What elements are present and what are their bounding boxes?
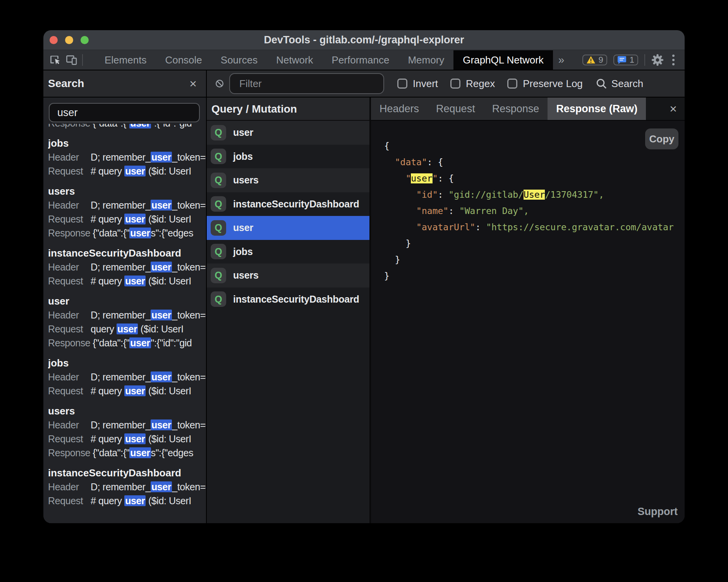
- query-row-users[interactable]: Qusers: [207, 168, 369, 192]
- checkbox-regex[interactable]: Regex: [450, 78, 495, 90]
- tab-network[interactable]: Network: [267, 50, 322, 70]
- main-tabs: ElementsConsoleSourcesNetworkPerformance…: [95, 50, 453, 70]
- inspect-element-icon[interactable]: [50, 54, 61, 66]
- match-highlight: user: [124, 385, 146, 396]
- query-row-jobs[interactable]: Qjobs: [207, 145, 369, 169]
- checkbox-label-regex: Regex: [466, 78, 495, 90]
- json-token: "name": [416, 206, 448, 216]
- search-result-line[interactable]: Request# query user ($id: UserI: [48, 432, 206, 446]
- json-token: :: [438, 173, 449, 183]
- result-line-text: D; remember_user_token=e: [91, 262, 206, 272]
- match-highlight: user: [129, 447, 151, 458]
- result-line-text: D; remember_user_token=e: [91, 371, 206, 382]
- result-line-label: Response: [48, 226, 93, 240]
- match-highlight: user: [124, 433, 146, 444]
- search-result-line[interactable]: HeaderD; remember_user_token=e: [48, 480, 206, 494]
- result-line-label: Header: [48, 150, 91, 164]
- match-highlight: user: [124, 214, 146, 224]
- result-line-text: {"data":{"users":{"edges: [93, 228, 193, 238]
- result-line-label: Request: [48, 274, 91, 288]
- result-line-label: Header: [48, 260, 91, 274]
- tab-sources[interactable]: Sources: [211, 50, 267, 70]
- json-line: }: [384, 235, 685, 252]
- result-line-text: # query user ($id: UserI: [91, 276, 191, 286]
- close-search-panel-icon[interactable]: ×: [189, 77, 197, 90]
- query-row-label: user: [233, 127, 253, 138]
- copy-button[interactable]: Copy: [645, 128, 678, 149]
- json-token: "https://secure.gravatar.com/avatar: [486, 222, 674, 232]
- search-result-line[interactable]: HeaderD; remember_user_token=e: [48, 418, 206, 432]
- search-result-section-title: jobs: [48, 356, 206, 370]
- tab-elements[interactable]: Elements: [95, 50, 156, 70]
- search-result-line[interactable]: Request# query user ($id: UserI: [48, 212, 206, 226]
- result-line-text: # query user ($id: UserI: [91, 166, 191, 176]
- checkbox-invert[interactable]: Invert: [397, 78, 438, 90]
- search-result-line[interactable]: Request# query user ($id: UserI: [48, 494, 206, 508]
- query-row-instancesecuritydashboard[interactable]: QinstanceSecurityDashboard: [207, 192, 369, 216]
- match-highlight: user: [151, 152, 172, 163]
- device-toolbar-icon[interactable]: [66, 54, 77, 66]
- search-result-line[interactable]: Request# query user ($id: UserI: [48, 384, 206, 398]
- search-result-line[interactable]: Request# query user ($id: UserI: [48, 164, 206, 178]
- query-row-label: users: [233, 270, 259, 281]
- search-result-section-title: jobs: [48, 136, 206, 150]
- json-line: "data": {: [384, 154, 685, 170]
- close-detail-icon[interactable]: ×: [670, 98, 677, 120]
- tab-headers[interactable]: Headers: [371, 98, 428, 120]
- search-result-line[interactable]: HeaderD; remember_user_token=e: [48, 370, 206, 384]
- search-result-line[interactable]: Request# query user ($id: UserI: [48, 274, 206, 288]
- support-link[interactable]: Support: [638, 506, 678, 518]
- messages-badge[interactable]: 1: [613, 55, 638, 65]
- search-result-line[interactable]: Response{"data":{"users":{"edges: [48, 226, 206, 240]
- tab-request[interactable]: Request: [428, 98, 484, 120]
- tab-response[interactable]: Response: [484, 98, 548, 120]
- checkbox-box-invert[interactable]: [397, 79, 407, 89]
- toolbar-search[interactable]: Search: [596, 78, 643, 90]
- secondary-toolbar-row: Search × Filter InvertRegexPreserve Log: [43, 70, 685, 98]
- result-line-text: query user ($id: UserI: [91, 324, 184, 334]
- search-result-line[interactable]: Requestquery user ($id: UserI: [48, 322, 206, 336]
- query-row-instancesecuritydashboard[interactable]: QinstanceSecurityDashboard: [207, 288, 369, 312]
- json-line: "avatarUrl": "https://secure.gravatar.co…: [384, 219, 685, 235]
- query-icon: Q: [211, 268, 226, 283]
- settings-gear-icon[interactable]: [651, 54, 664, 66]
- match-highlight: user: [124, 166, 146, 176]
- result-line-label: Request: [48, 322, 91, 336]
- query-icon: Q: [211, 173, 226, 188]
- search-result-line[interactable]: HeaderD; remember_user_token=e: [48, 150, 206, 164]
- tab-response-raw[interactable]: Response (Raw): [548, 98, 646, 120]
- search-result-line[interactable]: HeaderD; remember_user_token=e: [48, 308, 206, 322]
- tab-graphql-network[interactable]: GraphQL Network: [453, 50, 553, 70]
- result-line-label: Header: [48, 418, 91, 432]
- query-row-users[interactable]: Qusers: [207, 264, 369, 288]
- result-line-label: Header: [48, 308, 91, 322]
- issues-badge[interactable]: 9: [582, 55, 607, 65]
- json-line: "name": "Warren Day",: [384, 203, 685, 219]
- checkbox-box-regex[interactable]: [450, 79, 460, 89]
- more-tabs-chevron-icon[interactable]: »: [553, 50, 570, 70]
- search-input[interactable]: user: [49, 103, 200, 122]
- clear-log-icon[interactable]: [215, 79, 224, 88]
- query-row-user[interactable]: Quser: [207, 216, 369, 240]
- search-match-highlight: user: [411, 173, 432, 183]
- search-result-line[interactable]: HeaderD; remember_user_token=e: [48, 260, 206, 274]
- checkbox-preserve-log[interactable]: Preserve Log: [507, 78, 583, 90]
- query-row-user[interactable]: Quser: [207, 121, 369, 145]
- more-options-icon[interactable]: [670, 55, 677, 65]
- json-token: :: [475, 222, 486, 232]
- json-line: "id": "gid://gitlab/User/13704317",: [384, 187, 685, 203]
- json-token: "data": [395, 157, 427, 167]
- tab-performance[interactable]: Performance: [323, 50, 399, 70]
- search-result-line[interactable]: HeaderD; remember_user_token=e: [48, 198, 206, 212]
- tab-memory[interactable]: Memory: [398, 50, 453, 70]
- search-result-line[interactable]: Response{"data":{"user":{"id":"gid: [48, 124, 206, 130]
- query-row-jobs[interactable]: Qjobs: [207, 240, 369, 264]
- tab-console[interactable]: Console: [156, 50, 211, 70]
- search-result-line[interactable]: Response{"data":{"user":{"id":"gid: [48, 336, 206, 350]
- checkbox-box-preserve-log[interactable]: [507, 79, 517, 89]
- query-icon: Q: [211, 149, 226, 164]
- result-line-label: Header: [48, 480, 91, 494]
- filter-input[interactable]: Filter: [229, 73, 384, 94]
- match-highlight: user: [117, 324, 138, 334]
- search-result-line[interactable]: Response{"data":{"users":{"edges: [48, 446, 206, 460]
